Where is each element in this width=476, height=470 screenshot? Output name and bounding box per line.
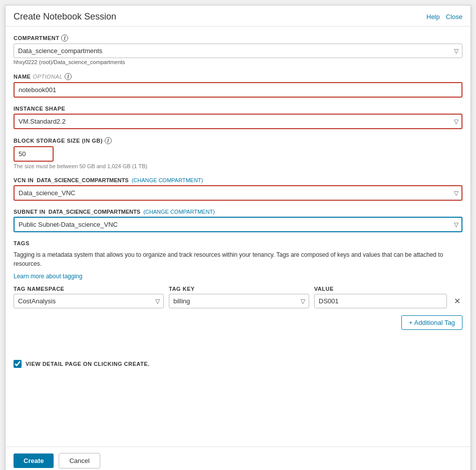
tag-value-input[interactable] [314, 294, 447, 308]
tags-row-headers: TAG NAMESPACE TAG KEY VALUE [14, 286, 462, 292]
name-section: NAME OPTIONAL i [14, 73, 462, 98]
tags-section: TAGS Tagging is a metadata system that a… [14, 240, 462, 330]
view-detail-label: VIEW DETAIL PAGE ON CLICKING CREATE. [26, 361, 150, 367]
view-detail-row: VIEW DETAIL PAGE ON CLICKING CREATE. [14, 355, 462, 371]
subnet-label: SUBNET IN [14, 209, 46, 215]
name-input[interactable] [14, 82, 462, 98]
subnet-section: SUBNET IN DATA_SCIENCE_COMPARTMENTS (CHA… [14, 209, 462, 232]
compartment-breadcrumb: hhxy0222 (root)/Data_science_compartment… [14, 59, 462, 65]
tag-value-header: VALUE [314, 286, 462, 292]
cancel-button[interactable]: Cancel [59, 453, 100, 468]
compartment-select-wrapper: Data_science_compartments ▽ [14, 44, 462, 58]
vcn-label-row: VCN IN DATA_SCIENCE_COMPARTMENTS (CHANGE… [14, 177, 462, 183]
compartment-select[interactable]: Data_science_compartments [14, 44, 462, 58]
block-storage-label: BLOCK STORAGE SIZE (IN GB) i [14, 137, 462, 144]
instance-shape-label: INSTANCE SHAPE [14, 106, 462, 112]
tag-key-select[interactable]: billing [169, 294, 309, 308]
vcn-select[interactable]: Data_science_VNC [14, 185, 462, 201]
view-detail-checkbox[interactable] [14, 360, 22, 368]
vcn-section: VCN IN DATA_SCIENCE_COMPARTMENTS (CHANGE… [14, 177, 462, 201]
additional-tag-button[interactable]: + Additional Tag [401, 315, 462, 330]
block-storage-hint: The size must be between 50 GB and 1,024… [14, 163, 462, 169]
subnet-compartment-name: DATA_SCIENCE_COMPARTMENTS [49, 209, 140, 215]
close-link[interactable]: Close [446, 13, 462, 21]
additional-tag-row: + Additional Tag [14, 308, 462, 330]
tags-description: Tagging is a metadata system that allows… [14, 250, 462, 268]
tag-namespace-select[interactable]: CostAnalysis [14, 294, 164, 308]
help-link[interactable]: Help [426, 13, 440, 21]
compartment-label: COMPARTMENT i [14, 35, 462, 42]
dialog-header: Create Notebook Session Help Close [6, 6, 470, 27]
dialog-body: COMPARTMENT i Data_science_compartments … [6, 27, 470, 446]
dialog-footer: Create Cancel [6, 446, 470, 470]
tag-key-select-wrapper: billing ▽ [169, 294, 309, 308]
instance-shape-select-wrapper: VM.Standard2.2 ▽ [14, 114, 462, 129]
tag-namespace-select-wrapper: CostAnalysis ▽ [14, 294, 164, 308]
dialog-title: Create Notebook Session [14, 12, 116, 22]
tag-value-wrapper [314, 294, 447, 308]
compartment-section: COMPARTMENT i Data_science_compartments … [14, 35, 462, 65]
compartment-info-icon[interactable]: i [61, 35, 68, 42]
name-label: NAME OPTIONAL i [14, 73, 462, 80]
subnet-select[interactable]: Public Subnet-Data_science_VNC [14, 217, 462, 232]
block-storage-input[interactable] [14, 146, 54, 162]
subnet-select-wrapper: Public Subnet-Data_science_VNC ▽ [14, 217, 462, 232]
vcn-change-link[interactable]: (CHANGE COMPARTMENT) [132, 177, 203, 183]
tag-namespace-header: TAG NAMESPACE [14, 286, 164, 292]
subnet-label-row: SUBNET IN DATA_SCIENCE_COMPARTMENTS (CHA… [14, 209, 462, 215]
create-notebook-dialog: Create Notebook Session Help Close COMPA… [5, 5, 471, 470]
tags-section-title: TAGS [14, 240, 462, 246]
create-button[interactable]: Create [14, 453, 54, 468]
vcn-label: VCN IN [14, 177, 34, 183]
block-storage-info-icon[interactable]: i [105, 137, 112, 144]
instance-shape-select[interactable]: VM.Standard2.2 [14, 114, 462, 129]
block-storage-section: BLOCK STORAGE SIZE (IN GB) i The size mu… [14, 137, 462, 169]
header-links: Help Close [426, 13, 462, 21]
tag-row-1: CostAnalysis ▽ billing ▽ ✕ [14, 294, 462, 308]
tag-remove-button[interactable]: ✕ [452, 296, 462, 306]
tag-key-header: TAG KEY [169, 286, 309, 292]
name-info-icon[interactable]: i [65, 73, 72, 80]
vcn-select-wrapper: Data_science_VNC ▽ [14, 185, 462, 201]
tags-learn-more-link[interactable]: Learn more about tagging [14, 273, 82, 280]
vcn-compartment-name: DATA_SCIENCE_COMPARTMENTS [37, 177, 128, 183]
subnet-change-link[interactable]: (CHANGE COMPARTMENT) [143, 209, 215, 215]
instance-shape-section: INSTANCE SHAPE VM.Standard2.2 ▽ [14, 106, 462, 129]
